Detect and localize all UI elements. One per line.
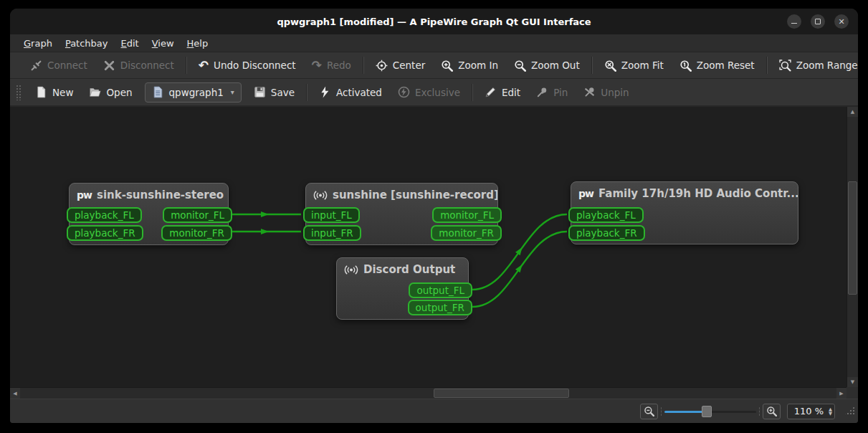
pipewire-icon: pw: [77, 189, 92, 201]
disconnect-button[interactable]: Disconnect: [95, 54, 182, 76]
close-button[interactable]: ✕: [834, 14, 849, 29]
center-icon: [376, 60, 388, 72]
node-title: Discord Output: [337, 258, 468, 276]
zoom-fit-button[interactable]: Zoom Fit: [596, 54, 672, 76]
connections-layer: [10, 107, 846, 387]
window-resize-grip[interactable]: [844, 406, 854, 416]
menu-patchbay[interactable]: Patchbay: [59, 37, 115, 50]
node-title: pw Family 17h/19h HD Audio Contr...: [571, 182, 798, 200]
scroll-up-icon[interactable]: ▲: [847, 107, 858, 117]
scrollbar-corner: [846, 387, 858, 399]
menu-view[interactable]: View: [146, 37, 181, 50]
graph-toolbar: Connect Disconnect ↶ Undo Disconnect ↷ R…: [10, 52, 858, 79]
zoom-out-button[interactable]: Zoom Out: [506, 54, 588, 76]
undo-icon: ↶: [199, 60, 209, 72]
close-icon: ✕: [838, 18, 844, 26]
titlebar[interactable]: qpwgraph1 [modified] — A PipeWire Graph …: [10, 9, 858, 34]
statusbar: 110 % ▲ ▼: [10, 399, 858, 423]
port-monitor-fl[interactable]: monitor_FL: [163, 207, 232, 223]
port-playback-fl[interactable]: playback_FL: [67, 207, 142, 223]
menu-graph[interactable]: Graph: [17, 37, 59, 50]
exclusive-bolt-icon: [398, 86, 410, 98]
zoom-out-icon: [644, 406, 654, 417]
chevron-down-icon: ▾: [231, 88, 234, 96]
graph-viewport[interactable]: pw sink-sunshine-stereo playback_FL play…: [10, 107, 846, 387]
connect-button[interactable]: Connect: [22, 54, 95, 76]
zoom-in-button[interactable]: Zoom In: [433, 54, 506, 76]
minimize-icon: [791, 23, 797, 24]
zoom-percent-spinbox[interactable]: 110 % ▲ ▼: [787, 404, 835, 419]
open-folder-icon: [89, 86, 101, 98]
edit-pencil-icon: [485, 86, 497, 98]
graph-canvas: pw sink-sunshine-stereo playback_FL play…: [10, 106, 858, 399]
node-sunshine-record[interactable]: sunshine [sunshine-record] input_FL inpu…: [305, 183, 498, 245]
unpin-icon: [583, 86, 596, 98]
save-button[interactable]: Save: [246, 82, 302, 103]
port-playback-fr[interactable]: playback_FR: [67, 225, 143, 241]
zoom-in-icon: [766, 406, 777, 417]
statusbar-zoom-in-button[interactable]: [763, 404, 781, 419]
port-input-fr[interactable]: input_FR: [303, 225, 361, 241]
new-document-icon: [35, 86, 47, 98]
pipewire-icon: pw: [578, 188, 593, 199]
port-output-fr[interactable]: output_FR: [408, 300, 472, 315]
zoom-range-icon: [779, 60, 791, 72]
node-family-hd-audio-controller[interactable]: pw Family 17h/19h HD Audio Contr... play…: [571, 181, 798, 244]
menu-help[interactable]: Help: [181, 37, 215, 50]
pin-button[interactable]: Pin: [528, 82, 576, 103]
scroll-right-icon[interactable]: ▶: [836, 388, 846, 399]
port-monitor-fr[interactable]: monitor_FR: [431, 225, 502, 241]
statusbar-zoom-out-button[interactable]: [640, 404, 658, 419]
toolbar-separator: [306, 84, 307, 101]
connection-wire-monitor-fr-input-fr[interactable]: [232, 229, 301, 234]
scroll-down-icon[interactable]: ▼: [847, 377, 858, 387]
new-button[interactable]: New: [27, 82, 81, 103]
undo-button[interactable]: ↶ Undo Disconnect: [191, 54, 304, 76]
port-playback-fr[interactable]: playback_FR: [568, 225, 645, 241]
toolbar-drag-handle[interactable]: [16, 85, 21, 100]
connection-wire-monitor-fl-input-fl[interactable]: [232, 211, 301, 217]
redo-button[interactable]: ↷ Redo: [304, 54, 359, 76]
toolbar-separator: [472, 84, 473, 101]
maximize-icon: [815, 19, 821, 24]
horizontal-scrollbar-thumb[interactable]: [434, 389, 569, 398]
vertical-scrollbar-thumb[interactable]: [848, 181, 857, 295]
zoom-slider[interactable]: [664, 404, 756, 419]
patchbay-file-combobox[interactable]: qpwgraph1 ▾: [145, 82, 242, 103]
redo-icon: ↷: [312, 60, 322, 72]
zoom-slider-handle[interactable]: [702, 406, 712, 417]
exclusive-button[interactable]: Exclusive: [390, 82, 468, 103]
node-title: pw sink-sunshine-stereo: [70, 184, 228, 201]
minimize-button[interactable]: [787, 14, 801, 29]
activated-bolt-icon: [319, 86, 331, 98]
toolbar-separator: [591, 57, 593, 74]
disconnect-icon: [103, 60, 115, 72]
maximize-button[interactable]: [811, 14, 825, 29]
vertical-scrollbar[interactable]: ▲ ▼: [846, 107, 858, 387]
zoom-reset-button[interactable]: Zoom Reset: [672, 54, 763, 76]
slider-tick: [661, 407, 662, 416]
unpin-button[interactable]: Unpin: [576, 82, 636, 103]
toolbar-separator: [766, 57, 768, 74]
horizontal-scrollbar[interactable]: ◀ ▶: [10, 387, 846, 399]
edit-button[interactable]: Edit: [477, 82, 528, 103]
window-title: qpwgraph1 [modified] — A PipeWire Graph …: [277, 16, 591, 27]
port-input-fl[interactable]: input_FL: [303, 207, 360, 223]
port-monitor-fl[interactable]: monitor_FL: [432, 207, 502, 223]
patchbay-file-icon: [152, 86, 164, 98]
spin-down-icon[interactable]: ▼: [829, 411, 832, 416]
open-button[interactable]: Open: [81, 82, 140, 103]
port-playback-fl[interactable]: playback_FL: [568, 207, 644, 223]
zoom-range-button[interactable]: Zoom Range: [771, 54, 858, 76]
app-window: qpwgraph1 [modified] — A PipeWire Graph …: [10, 9, 858, 423]
port-output-fl[interactable]: output_FL: [409, 282, 472, 298]
node-sink-sunshine-stereo[interactable]: pw sink-sunshine-stereo playback_FL play…: [69, 183, 229, 245]
activated-button[interactable]: Activated: [311, 82, 390, 103]
port-monitor-fr[interactable]: monitor_FR: [161, 225, 232, 241]
scroll-left-icon[interactable]: ◀: [10, 388, 20, 399]
menu-edit[interactable]: Edit: [115, 37, 146, 50]
center-button[interactable]: Center: [368, 54, 433, 76]
node-discord-output[interactable]: Discord Output output_FL output_FR: [336, 257, 469, 320]
node-title: sunshine [sunshine-record]: [306, 184, 497, 201]
save-icon: [254, 86, 266, 98]
